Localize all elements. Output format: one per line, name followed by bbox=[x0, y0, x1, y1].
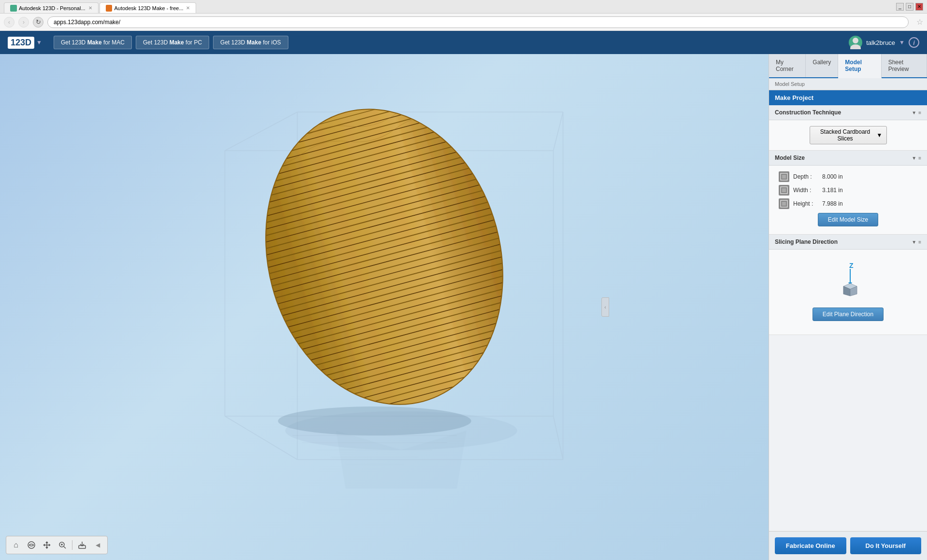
forward-btn[interactable]: › bbox=[18, 17, 29, 28]
tab-label-2: Autodesk 123D Make - free... bbox=[114, 5, 183, 11]
browser-tab-1[interactable]: Autodesk 123D - Personal... ✕ bbox=[4, 2, 99, 13]
maximize-btn[interactable]: □ bbox=[906, 3, 913, 11]
tab-icon-2 bbox=[106, 5, 113, 12]
slicing-collapse-icon: ▼ bbox=[912, 239, 916, 245]
app-toolbar: 123D ▼ Get 123D Make for MAC Get 123D Ma… bbox=[0, 31, 927, 54]
svg-rect-89 bbox=[782, 202, 786, 206]
tab-sheet-preview[interactable]: Sheet Preview bbox=[882, 54, 927, 77]
orbit-btn[interactable] bbox=[25, 538, 38, 552]
svg-line-3 bbox=[225, 112, 298, 151]
construction-header[interactable]: Construction Technique ▼ ≡ bbox=[769, 105, 927, 120]
construction-menu-icon: ≡ bbox=[918, 110, 921, 115]
technique-dropdown[interactable]: Stacked Cardboard Slices ▼ bbox=[810, 126, 887, 144]
plane-visual: Z bbox=[775, 255, 921, 329]
slicing-header[interactable]: Slicing Plane Direction ▼ ≡ bbox=[769, 235, 927, 250]
height-label: Height : bbox=[793, 200, 822, 207]
do-it-yourself-btn[interactable]: Do It Yourself bbox=[850, 537, 922, 554]
height-icon bbox=[779, 198, 789, 209]
height-value: 7.988 in bbox=[822, 200, 843, 207]
model-size-section: Model Size ▼ ≡ Depth : 8.000 in bbox=[769, 151, 927, 235]
refresh-btn[interactable]: ↻ bbox=[33, 17, 43, 28]
address-text: apps.123dapp.com/make/ bbox=[54, 19, 120, 26]
edit-model-size-btn[interactable]: Edit Model Size bbox=[818, 213, 878, 226]
logo-text: 123D bbox=[8, 37, 34, 49]
info-btn[interactable]: i bbox=[909, 37, 919, 48]
make-pc-btn[interactable]: Get 123D Make for PC bbox=[136, 36, 209, 49]
window-controls: _ □ ✕ bbox=[896, 3, 923, 11]
browser-titlebar: Autodesk 123D - Personal... ✕ Autodesk 1… bbox=[0, 0, 927, 14]
axis-svg: Z bbox=[829, 261, 868, 300]
tab-label-1: Autodesk 123D - Personal... bbox=[19, 5, 86, 11]
main-content: ‹ ⌂ ◀ My Corner Gallery Model Setu bbox=[0, 54, 927, 560]
slicing-menu-icon: ≡ bbox=[918, 239, 921, 245]
make-mac-btn[interactable]: Get 123D Make for MAC bbox=[54, 36, 132, 49]
tab-model-setup[interactable]: Model Setup bbox=[838, 54, 881, 78]
tab-close-2[interactable]: ✕ bbox=[186, 5, 190, 11]
right-panel: My Corner Gallery Model Setup Sheet Prev… bbox=[769, 54, 927, 560]
browser-addressbar: ‹ › ↻ apps.123dapp.com/make/ ☆ bbox=[0, 14, 927, 31]
width-row: Width : 3.181 in bbox=[775, 185, 921, 196]
svg-point-0 bbox=[853, 38, 858, 43]
minimize-btn[interactable]: _ bbox=[896, 3, 904, 11]
svg-rect-85 bbox=[782, 175, 786, 179]
tab-gallery[interactable]: Gallery bbox=[806, 54, 838, 77]
slicing-body: Z bbox=[769, 250, 927, 335]
zoom-btn[interactable] bbox=[56, 538, 69, 552]
depth-label: Depth : bbox=[793, 173, 822, 180]
fabricate-online-btn[interactable]: Fabricate Online bbox=[775, 537, 846, 554]
home-view-btn[interactable]: ⌂ bbox=[9, 538, 23, 552]
browser-tab-2[interactable]: Autodesk 123D Make - free... ✕ bbox=[100, 2, 196, 13]
svg-line-4 bbox=[554, 112, 563, 151]
browser-tabs: Autodesk 123D - Personal... ✕ Autodesk 1… bbox=[4, 0, 197, 13]
logo-dropdown-icon[interactable]: ▼ bbox=[36, 39, 42, 46]
svg-point-1 bbox=[850, 44, 861, 49]
depth-icon bbox=[779, 171, 789, 182]
collapse-btn[interactable]: ◀ bbox=[91, 538, 104, 552]
close-btn[interactable]: ✕ bbox=[915, 3, 923, 11]
depth-value: 8.000 in bbox=[822, 173, 843, 180]
construction-section: Construction Technique ▼ ≡ Stacked Cardb… bbox=[769, 105, 927, 151]
viewport-toolbar: ⌂ ◀ bbox=[6, 536, 108, 554]
panel-collapse-handle[interactable]: ‹ bbox=[601, 297, 609, 317]
height-row: Height : 7.988 in bbox=[775, 198, 921, 209]
app-logo[interactable]: 123D ▼ bbox=[8, 37, 42, 49]
edit-plane-direction-btn[interactable]: Edit Plane Direction bbox=[813, 308, 884, 321]
user-dropdown-icon[interactable]: ▼ bbox=[899, 39, 905, 46]
model-size-collapse-icon: ▼ bbox=[912, 155, 916, 161]
model-size-menu-icon: ≡ bbox=[918, 155, 921, 161]
bookmark-icon[interactable]: ☆ bbox=[916, 17, 923, 27]
panel-tabs: My Corner Gallery Model Setup Sheet Prev… bbox=[769, 54, 927, 78]
model-size-body: Depth : 8.000 in Width : 3.181 in Height… bbox=[769, 166, 927, 234]
construction-body: Stacked Cardboard Slices ▼ bbox=[769, 120, 927, 150]
slicing-section: Slicing Plane Direction ▼ ≡ Z bbox=[769, 235, 927, 335]
width-label: Width : bbox=[793, 187, 822, 194]
user-avatar bbox=[849, 36, 862, 49]
svg-rect-87 bbox=[782, 188, 786, 192]
depth-row: Depth : 8.000 in bbox=[775, 171, 921, 182]
make-ios-btn[interactable]: Get 123D Make for iOS bbox=[213, 36, 288, 49]
address-bar[interactable]: apps.123dapp.com/make/ bbox=[47, 16, 909, 28]
width-value: 3.181 in bbox=[822, 187, 843, 194]
axis-container: Z bbox=[829, 261, 868, 300]
viewport[interactable]: ‹ ⌂ ◀ bbox=[0, 54, 769, 560]
tab-my-corner[interactable]: My Corner bbox=[769, 54, 806, 77]
tab-close-1[interactable]: ✕ bbox=[88, 5, 92, 11]
toolbar-right: talk2bruce ▼ i bbox=[849, 36, 919, 49]
toolbar-divider bbox=[72, 540, 72, 550]
back-btn[interactable]: ‹ bbox=[4, 17, 14, 28]
panel-footer: Fabricate Online Do It Yourself bbox=[769, 531, 927, 560]
svg-line-79 bbox=[64, 546, 66, 548]
user-name[interactable]: talk2bruce bbox=[866, 39, 895, 46]
dropdown-arrow-icon: ▼ bbox=[877, 132, 883, 139]
svg-text:Z: Z bbox=[849, 262, 854, 269]
panel-breadcrumb: Model Setup bbox=[769, 78, 927, 90]
export-btn[interactable] bbox=[75, 538, 89, 552]
construction-collapse-icon: ▼ bbox=[912, 110, 916, 115]
pan-btn[interactable] bbox=[40, 538, 54, 552]
model-size-header[interactable]: Model Size ▼ ≡ bbox=[769, 151, 927, 166]
panel-spacer bbox=[769, 335, 927, 531]
cardboard-model bbox=[233, 82, 535, 431]
section-title: Make Project bbox=[769, 90, 927, 105]
tab-icon-1 bbox=[10, 5, 17, 12]
viewport-svg bbox=[0, 54, 769, 560]
